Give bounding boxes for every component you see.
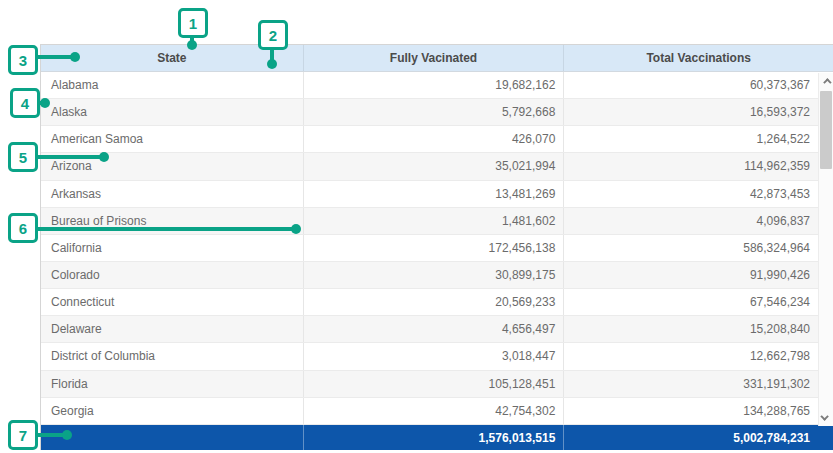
table-row[interactable]: Arizona 35,021,994 114,962,359 — [41, 153, 833, 180]
callout-6-connector — [36, 227, 293, 231]
callout-2: 2 — [258, 20, 288, 50]
total-vaccinations-cell: 15,208,840 — [563, 316, 833, 342]
state-cell: Florida — [41, 371, 303, 397]
table-row[interactable]: Georgia 42,754,302 134,288,765 — [41, 398, 833, 425]
fully-vaccinated-cell: 19,682,162 — [303, 72, 564, 98]
fully-vaccinated-cell: 105,128,451 — [303, 371, 564, 397]
chevron-up-icon — [823, 78, 831, 86]
fully-vaccinated-cell: 5,792,668 — [303, 99, 564, 125]
state-cell: California — [41, 235, 303, 261]
total-vaccinations-cell: 12,662,798 — [563, 343, 833, 369]
table-row[interactable]: Alabama 19,682,162 60,373,367 — [41, 72, 833, 99]
total-vaccinations-cell: 134,288,765 — [563, 398, 833, 424]
table-row[interactable]: Arkansas 13,481,269 42,873,453 — [41, 181, 833, 208]
callout-3-dot — [70, 52, 80, 62]
table-row[interactable]: Florida 105,128,451 331,191,302 — [41, 371, 833, 398]
fully-vaccinated-cell: 35,021,994 — [303, 153, 564, 179]
total-vaccinations-cell: 4,096,837 — [563, 208, 833, 234]
scroll-up-button[interactable] — [819, 73, 833, 89]
table-row[interactable]: Delaware 4,656,497 15,208,840 — [41, 316, 833, 343]
total-vaccinations-cell: 331,191,302 — [563, 371, 833, 397]
chevron-down-icon — [820, 412, 828, 420]
table-row[interactable]: California 172,456,138 586,324,964 — [41, 235, 833, 262]
state-cell: Connecticut — [41, 289, 303, 315]
table-row[interactable]: American Samoa 426,070 1,264,522 — [41, 126, 833, 153]
scrollbar-thumb[interactable] — [820, 91, 832, 169]
fully-vaccinated-cell: 426,070 — [303, 126, 564, 152]
callout-5-dot — [99, 152, 109, 162]
callout-7-dot — [62, 430, 72, 440]
total-vaccinations-cell: 91,990,426 — [563, 262, 833, 288]
callout-5: 5 — [8, 142, 38, 172]
summary-fully-vaccinated-cell: 1,576,013,515 — [303, 425, 564, 450]
callout-3-connector — [36, 55, 72, 59]
fully-vaccinated-cell: 172,456,138 — [303, 235, 564, 261]
state-cell: District of Columbia — [41, 343, 303, 369]
total-vaccinations-cell: 60,373,367 — [563, 72, 833, 98]
state-cell: American Samoa — [41, 126, 303, 152]
callout-1-dot — [187, 40, 197, 50]
state-cell: Colorado — [41, 262, 303, 288]
fully-vaccinated-cell: 20,569,233 — [303, 289, 564, 315]
callout-4-dot — [40, 98, 50, 108]
fully-vaccinated-cell: 13,481,269 — [303, 181, 564, 207]
state-cell: Alaska — [41, 99, 303, 125]
table-row[interactable]: Connecticut 20,569,233 67,546,234 — [41, 289, 833, 316]
state-cell: Georgia — [41, 398, 303, 424]
total-vaccinations-cell: 586,324,964 — [563, 235, 833, 261]
summary-state-cell — [41, 425, 303, 450]
table-body: Alabama 19,682,162 60,373,367 Alaska 5,7… — [41, 72, 833, 425]
table-row[interactable]: Alaska 5,792,668 16,593,372 — [41, 99, 833, 126]
state-cell: Arkansas — [41, 181, 303, 207]
fully-vaccinated-cell: 3,018,447 — [303, 343, 564, 369]
callout-7-connector — [36, 433, 64, 437]
state-cell: Delaware — [41, 316, 303, 342]
fully-vaccinated-cell: 30,899,175 — [303, 262, 564, 288]
callout-1: 1 — [178, 8, 208, 38]
fully-vaccinated-cell: 42,754,302 — [303, 398, 564, 424]
screenshot-stage: State Fully Vacinated Total Vaccinations… — [0, 0, 833, 453]
table-header-row: State Fully Vacinated Total Vaccinations — [41, 45, 833, 72]
callout-6: 6 — [8, 213, 38, 243]
scroll-down-button[interactable] — [819, 410, 833, 426]
callout-3: 3 — [8, 45, 38, 75]
total-vaccinations-cell: 114,962,359 — [563, 153, 833, 179]
callout-6-dot — [291, 224, 301, 234]
fully-vaccinated-cell: 4,656,497 — [303, 316, 564, 342]
summary-row: 1,576,013,515 5,002,784,231 — [41, 425, 833, 450]
column-header-total-vaccinations[interactable]: Total Vaccinations — [563, 45, 833, 71]
fully-vaccinated-cell: 1,481,602 — [303, 208, 564, 234]
summary-total-vaccinations-cell: 5,002,784,231 — [563, 425, 833, 450]
callout-7: 7 — [8, 420, 38, 450]
total-vaccinations-cell: 16,593,372 — [563, 99, 833, 125]
state-cell: Alabama — [41, 72, 303, 98]
total-vaccinations-cell: 1,264,522 — [563, 126, 833, 152]
callout-5-connector — [36, 155, 101, 159]
total-vaccinations-cell: 67,546,234 — [563, 289, 833, 315]
column-header-fully-vaccinated[interactable]: Fully Vacinated — [303, 45, 564, 71]
table-row[interactable]: District of Columbia 3,018,447 12,662,79… — [41, 343, 833, 370]
vertical-scrollbar[interactable] — [818, 73, 833, 426]
callout-4: 4 — [10, 88, 40, 118]
callout-2-dot — [267, 59, 277, 69]
vaccination-table: State Fully Vacinated Total Vaccinations… — [40, 44, 833, 450]
total-vaccinations-cell: 42,873,453 — [563, 181, 833, 207]
table-row[interactable]: Colorado 30,899,175 91,990,426 — [41, 262, 833, 289]
